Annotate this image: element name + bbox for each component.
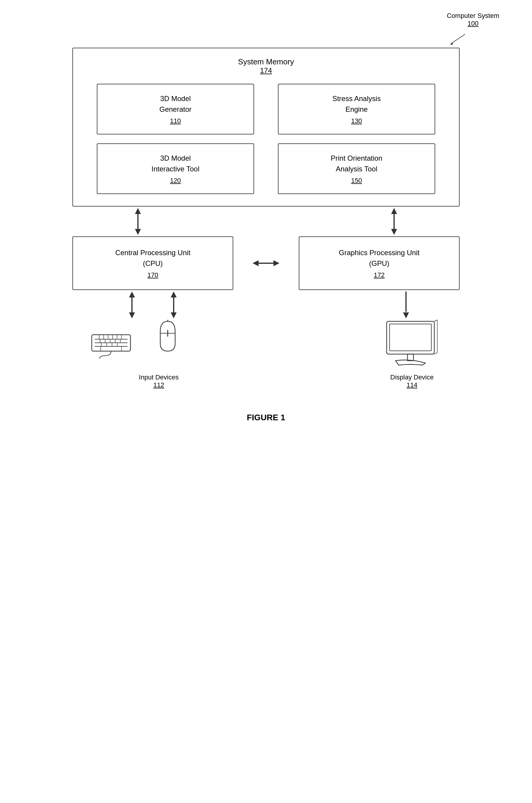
svg-marker-7: [391, 229, 397, 235]
keyboard-icon: [90, 332, 132, 359]
display-device-number: 114: [406, 381, 418, 389]
devices-row: [72, 320, 460, 367]
box-3d-model-interactive-number: 120: [103, 177, 248, 184]
svg-rect-44: [407, 354, 414, 361]
box-3d-model-interactive: 3D ModelInteractive Tool 120: [97, 143, 254, 194]
box-print-orientation-label: Print OrientationAnalysis Tool: [284, 153, 429, 175]
arrows-memory-to-cpu-gpu: [72, 206, 460, 236]
mouse-icon: [156, 320, 179, 359]
gpu-number: 172: [305, 271, 453, 279]
box-print-orientation-number: 150: [284, 177, 429, 184]
arrow-memory-cpu: [132, 206, 144, 236]
arrow-gpu-display: [400, 290, 412, 320]
figure-label: FIGURE 1: [247, 413, 285, 422]
inner-boxes-grid: 3D ModelGenerator 110 Stress AnalysisEng…: [85, 84, 447, 194]
gpu-box: Graphics Processing Unit(GPU) 172: [299, 236, 460, 290]
gpu-label: Graphics Processing Unit(GPU): [305, 248, 453, 269]
svg-marker-10: [273, 260, 280, 266]
svg-marker-13: [129, 312, 135, 318]
svg-rect-42: [387, 321, 434, 354]
box-3d-model-generator-label: 3D ModelGenerator: [103, 93, 248, 115]
cpu-number: 170: [79, 271, 227, 279]
main-diagram: System Memory 174 3D ModelGenerator 110 …: [0, 48, 532, 422]
cpu-device-arrows: [120, 290, 179, 320]
box-3d-model-generator-number: 110: [103, 117, 248, 125]
arrow-memory-cpu-icon: [132, 206, 144, 236]
device-labels-row: Input Devices 112 Display Device 114: [72, 373, 460, 389]
box-3d-model-generator: 3D ModelGenerator 110: [97, 84, 254, 134]
box-stress-analysis-label: Stress AnalysisEngine: [284, 93, 429, 115]
box-stress-analysis-engine: Stress AnalysisEngine 130: [278, 84, 435, 134]
cpu-label: Central Processing Unit(CPU): [79, 248, 227, 269]
input-devices-label: Input Devices 112: [114, 373, 204, 389]
box-print-orientation: Print OrientationAnalysis Tool 150: [278, 143, 435, 194]
svg-marker-1: [450, 42, 453, 45]
input-devices-group: [90, 320, 179, 359]
arrow-gpu-display-icon: [400, 290, 412, 320]
page: Computer System 100 System Memory 174 3D…: [0, 0, 532, 803]
svg-line-0: [452, 34, 465, 43]
svg-rect-3: [137, 213, 138, 230]
display-device-label: Display Device 114: [382, 373, 442, 389]
arrow-cpu-mouse-icon: [168, 290, 179, 320]
arrow-cpu-gpu: [251, 236, 281, 290]
svg-line-48: [434, 320, 437, 321]
arrows-cpu-devices: [72, 290, 460, 320]
system-memory-number: 174: [85, 67, 447, 75]
arrow-cpu-keyboard-icon: [126, 290, 138, 320]
svg-marker-4: [135, 229, 141, 235]
box-3d-model-interactive-label: 3D ModelInteractive Tool: [103, 153, 248, 175]
arrow-cpu-gpu-icon: [251, 257, 281, 269]
svg-rect-9: [258, 262, 274, 264]
cpu-box: Central Processing Unit(CPU) 170: [72, 236, 233, 290]
svg-rect-6: [394, 213, 395, 230]
arrow-cpu-mouse: [168, 290, 179, 320]
processing-units-row: Central Processing Unit(CPU) 170 Graphic…: [72, 236, 460, 290]
input-devices-text: Input Devices: [139, 373, 178, 381]
computer-system-number: 100: [447, 20, 499, 28]
arrow-memory-gpu-icon: [388, 206, 400, 236]
computer-system-text: Computer System: [447, 12, 499, 20]
display-device-group: [382, 320, 442, 367]
svg-rect-12: [131, 296, 133, 313]
input-devices-number: 112: [153, 381, 165, 389]
svg-rect-17: [405, 292, 406, 312]
keyboard-device: [90, 332, 132, 359]
svg-line-46: [434, 353, 437, 354]
system-memory-header: System Memory 174: [85, 57, 447, 75]
svg-rect-43: [390, 324, 431, 351]
system-memory-box: System Memory 174 3D ModelGenerator 110 …: [72, 48, 460, 206]
box-stress-analysis-number: 130: [284, 117, 429, 125]
computer-system-label: Computer System 100: [447, 12, 499, 28]
svg-rect-15: [173, 296, 174, 313]
display-device-text: Display Device: [390, 373, 434, 381]
svg-marker-16: [171, 312, 177, 318]
monitor-icon: [382, 320, 442, 367]
svg-marker-18: [403, 312, 409, 318]
mouse-device: [156, 320, 179, 359]
arrow-cpu-keyboard: [126, 290, 138, 320]
arrow-memory-gpu: [388, 206, 400, 236]
computer-system-arrow-icon: [449, 33, 467, 46]
system-memory-label: System Memory: [85, 57, 447, 67]
